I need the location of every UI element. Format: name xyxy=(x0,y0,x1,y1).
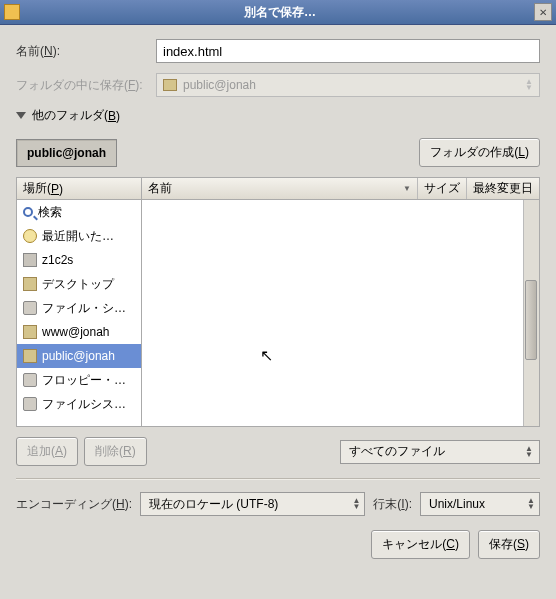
place-item-6[interactable]: public@jonah xyxy=(17,344,141,368)
files-header: 名前▼ サイズ 最終変更日 xyxy=(142,178,539,200)
place-item-8[interactable]: ファイルシス… xyxy=(17,392,141,416)
chevron-updown-icon: ▲▼ xyxy=(527,498,535,510)
places-header[interactable]: 場所(P) xyxy=(17,178,141,200)
disk-icon xyxy=(23,397,37,411)
path-button-current[interactable]: public@jonah xyxy=(16,139,117,167)
titlebar: 別名で保存… ✕ xyxy=(0,0,556,25)
place-item-2[interactable]: z1c2s xyxy=(17,248,141,272)
column-date[interactable]: 最終変更日 xyxy=(467,178,539,199)
chevron-updown-icon: ▲▼ xyxy=(525,446,533,458)
other-folders-toggle[interactable]: 他のフォルダ(B) xyxy=(16,107,540,124)
close-button[interactable]: ✕ xyxy=(534,3,552,21)
home-icon xyxy=(23,253,37,267)
folder-icon xyxy=(23,349,37,363)
sort-down-icon: ▼ xyxy=(403,184,411,193)
place-label: デスクトップ xyxy=(42,276,114,293)
triangle-down-icon xyxy=(16,112,26,119)
column-size[interactable]: サイズ xyxy=(418,178,467,199)
app-icon xyxy=(4,4,20,20)
add-button: 追加(A) xyxy=(16,437,78,466)
places-panel: 場所(P) 検索最近開いた…z1c2sデスクトップファイル・シ…www@jona… xyxy=(16,177,142,427)
separator xyxy=(16,478,540,480)
name-label: 名前(N): xyxy=(16,43,156,60)
place-item-3[interactable]: デスクトップ xyxy=(17,272,141,296)
place-label: z1c2s xyxy=(42,253,73,267)
disk-icon xyxy=(23,373,37,387)
place-item-1[interactable]: 最近開いた… xyxy=(17,224,141,248)
encoding-combo[interactable]: 現在のロケール (UTF-8)▲▼ xyxy=(140,492,365,516)
scroll-thumb[interactable] xyxy=(525,280,537,360)
search-icon xyxy=(23,207,33,217)
chevron-updown-icon: ▲▼ xyxy=(525,79,535,91)
place-label: 最近開いた… xyxy=(42,228,114,245)
save-button[interactable]: 保存(S) xyxy=(478,530,540,559)
files-list[interactable] xyxy=(142,200,523,426)
clock-icon xyxy=(23,229,37,243)
lineend-combo[interactable]: Unix/Linux▲▼ xyxy=(420,492,540,516)
place-item-4[interactable]: ファイル・シ… xyxy=(17,296,141,320)
encoding-label: エンコーディング(H): xyxy=(16,496,132,513)
file-filter-combo[interactable]: すべてのファイル▲▼ xyxy=(340,440,540,464)
place-item-5[interactable]: www@jonah xyxy=(17,320,141,344)
scrollbar[interactable] xyxy=(523,200,539,426)
folder-icon xyxy=(163,79,177,91)
places-list: 検索最近開いた…z1c2sデスクトップファイル・シ…www@jonahpubli… xyxy=(17,200,141,426)
place-item-7[interactable]: フロッピー・… xyxy=(17,368,141,392)
folder-combo: public@jonah ▲▼ xyxy=(156,73,540,97)
chevron-updown-icon: ▲▼ xyxy=(352,498,360,510)
window-title: 別名で保存… xyxy=(26,4,534,21)
place-label: 検索 xyxy=(38,204,62,221)
column-name[interactable]: 名前▼ xyxy=(142,178,418,199)
file-browser: 場所(P) 検索最近開いた…z1c2sデスクトップファイル・シ…www@jona… xyxy=(16,177,540,427)
cancel-button[interactable]: キャンセル(C) xyxy=(371,530,470,559)
folder-icon xyxy=(23,325,37,339)
place-label: ファイルシス… xyxy=(42,396,126,413)
place-label: フロッピー・… xyxy=(42,372,126,389)
folder-save-label: フォルダの中に保存(F): xyxy=(16,77,156,94)
place-label: public@jonah xyxy=(42,349,115,363)
files-panel: 名前▼ サイズ 最終変更日 ↖ xyxy=(142,177,540,427)
place-label: www@jonah xyxy=(42,325,110,339)
lineend-label: 行末(I): xyxy=(373,496,412,513)
place-label: ファイル・シ… xyxy=(42,300,126,317)
disk-icon xyxy=(23,301,37,315)
place-item-0[interactable]: 検索 xyxy=(17,200,141,224)
remove-button: 削除(R) xyxy=(84,437,147,466)
create-folder-button[interactable]: フォルダの作成(L) xyxy=(419,138,540,167)
folder-icon xyxy=(23,277,37,291)
filename-input[interactable] xyxy=(156,39,540,63)
